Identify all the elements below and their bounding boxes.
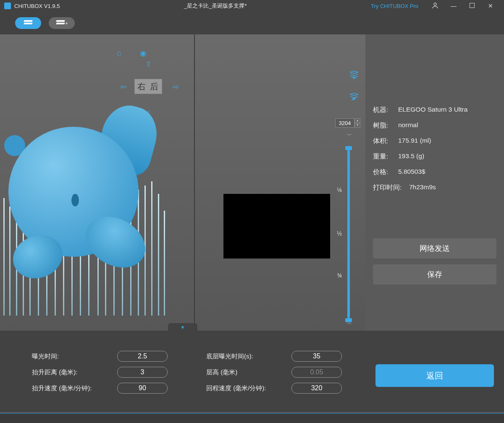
time-value: 7h23m9s xyxy=(409,183,496,192)
layer-slider[interactable] xyxy=(344,146,353,322)
weight-value: 193.5 (g) xyxy=(398,152,496,161)
price-value: 5.80503$ xyxy=(398,168,496,177)
status-bar xyxy=(0,413,504,423)
time-label: 打印时间: xyxy=(373,183,409,192)
svg-point-0 xyxy=(434,3,436,5)
return-button[interactable]: 返回 xyxy=(375,364,494,387)
weight-label: 重量: xyxy=(373,152,398,161)
try-pro-link[interactable]: Try CHITUBOX Pro xyxy=(371,3,418,9)
viewport-3d[interactable]: ⌂ ◉ ⇧ ⇩ ⇦ ⇨ 右 后 xyxy=(0,34,365,331)
layer-height-input xyxy=(291,367,342,378)
retract-speed-label: 回程速度 (毫米/分钟): xyxy=(206,384,285,392)
model-preview xyxy=(0,85,168,311)
layer-count-input[interactable] xyxy=(335,118,354,128)
volume-label: 体积: xyxy=(373,137,398,146)
panel-toggle[interactable]: ▼ xyxy=(168,323,197,331)
retract-speed-input[interactable] xyxy=(291,383,342,394)
close-icon[interactable]: ✕ xyxy=(481,3,500,9)
toolbar: ▾ xyxy=(0,12,504,34)
save-button[interactable]: 保存 xyxy=(373,264,496,285)
minimize-icon[interactable]: — xyxy=(444,3,463,9)
lift-speed-label: 抬升速度 (毫米/分钟): xyxy=(32,384,110,392)
machine-label: 机器: xyxy=(373,106,398,115)
tick-quarter: ¼ xyxy=(337,186,342,193)
chevron-up-icon[interactable]: ︿ xyxy=(347,319,352,326)
volume-value: 175.91 (ml) xyxy=(398,137,496,146)
layer-view-icon[interactable] xyxy=(349,70,359,81)
layer-hide-icon[interactable] xyxy=(349,93,359,103)
support-mode-button[interactable]: ▾ xyxy=(49,17,75,29)
layer-height-label: 层高 (毫米) xyxy=(206,368,285,376)
view-eye-icon[interactable]: ◉ xyxy=(140,49,147,58)
machine-value: ELEGOO Saturn 3 Ultra xyxy=(398,106,496,115)
lift-speed-input[interactable] xyxy=(117,383,168,394)
app-logo-icon xyxy=(4,3,11,9)
app-title: CHITUBOX V1.9.5 xyxy=(14,3,60,9)
layer-preview xyxy=(223,194,330,258)
maximize-icon[interactable] xyxy=(463,3,481,9)
layer-inc-icon[interactable]: ▲ xyxy=(354,118,360,123)
document-title: _星之卡比_圣诞版多支撑* xyxy=(60,2,371,10)
slider-ticks: ¼ ½ ¾ xyxy=(333,146,342,322)
view-up-icon[interactable]: ⇧ xyxy=(145,60,152,69)
tick-three-quarter: ¾ xyxy=(337,272,342,279)
bottom-exposure-label: 底层曝光时间(s): xyxy=(206,352,285,360)
exposure-label: 曝光时间: xyxy=(32,352,110,360)
resin-value: normal xyxy=(398,121,496,130)
home-icon[interactable]: ⌂ xyxy=(117,49,121,58)
titlebar: CHITUBOX V1.9.5 _星之卡比_圣诞版多支撑* Try CHITUB… xyxy=(0,0,504,12)
params-panel: 曝光时间: 底层曝光时间(s): 抬升距离 (毫米): 层高 (毫米) 抬升速度… xyxy=(0,331,504,412)
chevron-down-icon[interactable]: ﹀ xyxy=(347,132,352,139)
layer-dec-icon[interactable]: ▼ xyxy=(354,123,360,128)
viewport-divider xyxy=(194,34,195,331)
view-right-icon[interactable]: ⇨ xyxy=(173,82,179,91)
bottom-exposure-input[interactable] xyxy=(291,351,342,362)
lift-dist-label: 抬升距离 (毫米): xyxy=(32,368,110,376)
lift-dist-input[interactable] xyxy=(117,367,168,378)
slice-mode-button[interactable] xyxy=(15,17,41,29)
tick-half: ½ xyxy=(337,230,342,237)
network-send-button[interactable]: 网络发送 xyxy=(373,238,496,258)
info-panel: 机器:ELEGOO Saturn 3 Ultra 树脂:normal 体积:17… xyxy=(365,34,504,331)
price-label: 价格: xyxy=(373,168,398,177)
resin-label: 树脂: xyxy=(373,121,398,130)
user-icon[interactable] xyxy=(426,2,444,10)
exposure-input[interactable] xyxy=(117,351,168,362)
triangle-down-icon: ▼ xyxy=(181,325,185,330)
